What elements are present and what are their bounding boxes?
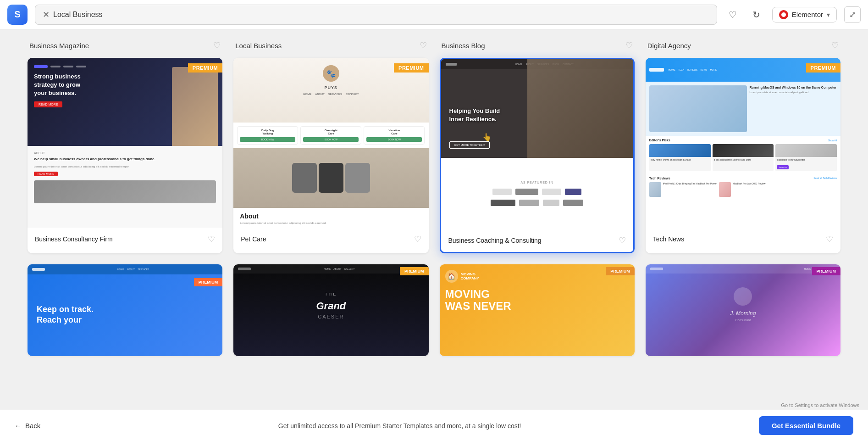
category-labels: Business Magazine ♡ Local Business ♡ Bus… xyxy=(28,40,840,50)
back-arrow-icon: ← xyxy=(15,422,22,430)
windows-activation-text: Go to Settings to activate Windows. xyxy=(781,402,861,408)
favorite-local-business[interactable]: ♡ xyxy=(420,40,427,50)
template-name: Business Consultancy Firm xyxy=(35,235,113,243)
get-essential-bundle-button[interactable]: Get Essential Bundle xyxy=(759,416,853,435)
template-footer-business-coaching: Business Coaching & Consulting ♡ xyxy=(441,229,633,252)
heart-icon: ♡ xyxy=(729,9,737,20)
bottom-card-caeser-grand[interactable]: PREMIUM HOME ABOUT GALLERY THE Grand CAE… xyxy=(233,264,428,356)
search-input[interactable] xyxy=(53,11,709,19)
template-thumb-pet-care: PREMIUM 🐾 PUYS HOME ABOUT SERVICES xyxy=(233,58,428,228)
search-bar[interactable]: ✕ xyxy=(35,5,717,25)
template-thumb-business-coaching: HOME ABOUT SERVICES BLOG CONTACT Helping… xyxy=(441,59,633,229)
bottom-card-gradient[interactable]: PREMIUM HOME ABOUT SERVICES J. Morning C… xyxy=(646,264,840,356)
category-label-digital-agency: Digital Agency ♡ xyxy=(646,40,840,50)
bottom-thumb-gradient: PREMIUM HOME ABOUT SERVICES J. Morning C… xyxy=(646,264,840,356)
favorite-business-magazine[interactable]: ♡ xyxy=(213,40,221,50)
header: S ✕ ♡ ↻ Elementor ▾ ⤢ xyxy=(0,0,868,29)
template-grid: PREMIUM Strong business strategy to grow… xyxy=(28,58,840,253)
template-card-business-coaching[interactable]: HOME ABOUT SERVICES BLOG CONTACT Helping… xyxy=(440,58,635,253)
template-card-pet-care[interactable]: PREMIUM 🐾 PUYS HOME ABOUT SERVICES xyxy=(233,58,428,253)
favorite-digital-agency[interactable]: ♡ xyxy=(831,40,839,50)
template-name-tech: Tech News xyxy=(653,235,684,243)
elementor-logo xyxy=(779,10,788,19)
app-logo: S xyxy=(7,5,28,25)
favorite-tech-news[interactable]: ♡ xyxy=(826,234,833,244)
category-label-local-business: Local Business ♡ xyxy=(233,40,428,50)
template-name-pet: Pet Care xyxy=(241,235,266,243)
elementor-selector[interactable]: Elementor ▾ xyxy=(772,7,837,22)
footer-promo-text: Get unlimited access to all Premium Star… xyxy=(278,422,521,430)
search-clear-icon[interactable]: ✕ xyxy=(43,10,50,20)
favorite-business-blog[interactable]: ♡ xyxy=(625,40,633,50)
template-thumb-tech-news: PREMIUM HOME TECH REVIEWS NEWS MORE xyxy=(646,58,840,228)
template-card-tech-news[interactable]: PREMIUM HOME TECH REVIEWS NEWS MORE xyxy=(646,58,840,253)
back-label: Back xyxy=(25,422,40,430)
bottom-thumb-keep-on-track: HOME ABOUT SERVICES Keep on track.Reach … xyxy=(28,264,222,356)
refresh-icon: ↻ xyxy=(752,9,760,20)
premium-badge: PREMIUM xyxy=(188,63,222,73)
template-name-coaching: Business Coaching & Consulting xyxy=(448,237,542,244)
template-footer-tech-news: Tech News ♡ xyxy=(646,228,840,251)
category-label-business-blog: Business Blog ♡ xyxy=(440,40,635,50)
category-label-business-magazine: Business Magazine ♡ xyxy=(28,40,222,50)
bottom-template-row: HOME ABOUT SERVICES Keep on track.Reach … xyxy=(28,264,840,356)
favorites-button[interactable]: ♡ xyxy=(724,6,741,23)
footer: ← Back Get unlimited access to all Premi… xyxy=(0,410,868,441)
chevron-down-icon: ▾ xyxy=(827,11,830,18)
template-footer-pet-care: Pet Care ♡ xyxy=(233,228,428,251)
back-button[interactable]: ← Back xyxy=(15,422,40,430)
bottom-thumb-moving: PREMIUM 🏠 MOVINGCOMPANY MOVINGWAS NEVER xyxy=(440,264,635,356)
bottom-thumb-caeser-grand: PREMIUM HOME ABOUT GALLERY THE Grand CAE… xyxy=(233,264,428,356)
favorite-pet-care[interactable]: ♡ xyxy=(414,234,421,244)
favorite-business-coaching[interactable]: ♡ xyxy=(619,235,626,246)
template-card-business-consultancy[interactable]: PREMIUM Strong business strategy to grow… xyxy=(28,58,222,253)
external-link-icon: ⤢ xyxy=(849,10,856,20)
external-link-button[interactable]: ⤢ xyxy=(844,6,861,23)
header-actions: ♡ ↻ Elementor ▾ ⤢ xyxy=(724,6,861,23)
elementor-label: Elementor xyxy=(792,11,823,18)
bottom-card-moving[interactable]: PREMIUM 🏠 MOVINGCOMPANY MOVINGWAS NEVER xyxy=(440,264,635,356)
main-content: Business Magazine ♡ Local Business ♡ Bus… xyxy=(0,29,868,378)
premium-badge-pet: PREMIUM xyxy=(394,63,428,73)
template-footer-business-consultancy: Business Consultancy Firm ♡ xyxy=(28,228,222,251)
favorite-business-consultancy[interactable]: ♡ xyxy=(208,234,215,244)
premium-badge-tech: PREMIUM xyxy=(806,63,840,73)
template-thumb-business-consultancy: PREMIUM Strong business strategy to grow… xyxy=(28,58,222,228)
refresh-button[interactable]: ↻ xyxy=(748,6,765,23)
bottom-card-keep-on-track[interactable]: HOME ABOUT SERVICES Keep on track.Reach … xyxy=(28,264,222,356)
